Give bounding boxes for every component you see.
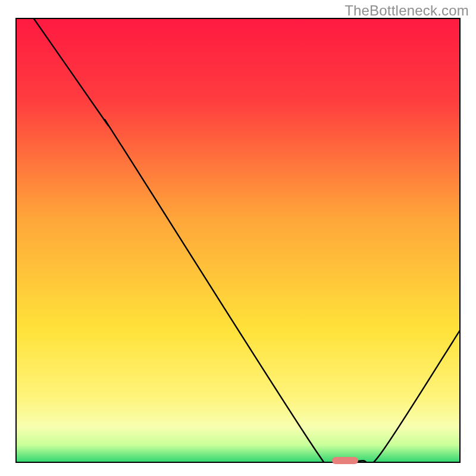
watermark-text: TheBottleneck.com — [345, 2, 469, 19]
optimal-marker — [332, 457, 358, 464]
bottleneck-chart — [15, 18, 461, 463]
gradient-background — [15, 18, 461, 463]
chart-container: { "watermark": "TheBottleneck.com", "cha… — [0, 0, 476, 476]
